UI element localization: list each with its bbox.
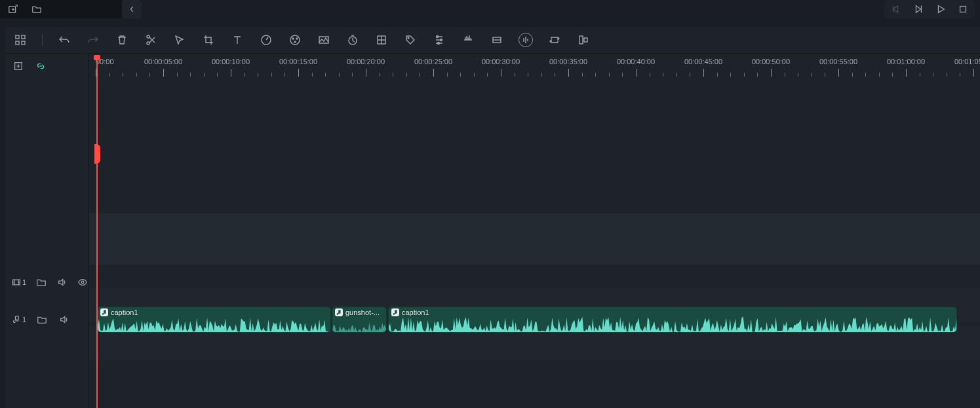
keyframe-icon[interactable]	[374, 33, 389, 47]
playhead[interactable]	[96, 56, 98, 408]
play-next-frame-icon[interactable]	[912, 3, 925, 16]
folder-icon[interactable]	[35, 276, 47, 289]
redo-icon[interactable]	[86, 33, 100, 47]
ruler-tick-major	[771, 69, 772, 77]
ruler-tick-minor	[177, 73, 178, 77]
tag-icon[interactable]	[403, 33, 418, 47]
ruler-tick-minor	[933, 73, 933, 77]
loop-icon[interactable]	[547, 33, 562, 47]
filmstrip-icon: 1	[12, 278, 26, 287]
svg-point-25	[81, 281, 84, 284]
ruler-tick-minor	[785, 73, 785, 77]
ruler-tick-minor	[852, 73, 853, 77]
ruler-label: 00:00:45:00	[684, 58, 722, 65]
volume-icon[interactable]	[56, 276, 68, 289]
audio-clip[interactable]: caption1	[388, 306, 957, 333]
ruler-tick-minor	[258, 73, 258, 77]
ruler-label: 00:01:05:00	[954, 58, 980, 65]
ruler-tick-minor	[555, 73, 555, 77]
ruler-label: 00:00:05:00	[144, 58, 182, 65]
speed-icon[interactable]	[259, 33, 273, 47]
aspect-icon[interactable]	[576, 33, 591, 47]
ruler-tick-minor	[271, 73, 272, 77]
step-back-icon[interactable]	[890, 3, 903, 16]
add-track-icon[interactable]	[12, 60, 25, 73]
ruler-tick-minor	[892, 73, 893, 77]
ruler-tick-major	[973, 69, 974, 77]
ruler-tick-minor	[109, 73, 110, 77]
audio-track-number: 1	[22, 316, 26, 324]
audio-track-header[interactable]: 1	[5, 305, 88, 334]
ruler-tick-major	[231, 69, 231, 77]
ruler-tick-minor	[528, 73, 528, 77]
playhead-handle[interactable]	[94, 144, 100, 164]
ruler-tick-minor	[879, 73, 880, 77]
playback-controls	[884, 0, 975, 18]
grid-view-icon[interactable]	[13, 33, 28, 47]
stop-icon[interactable]	[956, 3, 970, 16]
ruler-tick-minor	[595, 73, 596, 77]
video-track-header[interactable]: 1	[5, 268, 88, 297]
clip-header: gunshot-...	[335, 308, 380, 316]
undo-icon[interactable]	[57, 33, 71, 47]
ruler-tick-major	[636, 69, 637, 77]
svg-point-16	[408, 37, 409, 39]
ruler-label: 00:00:10:00	[212, 58, 250, 65]
ruler-tick-minor	[730, 73, 731, 77]
ruler-tick-major	[433, 69, 434, 77]
ruler-tick-minor	[744, 73, 745, 77]
visibility-icon[interactable]	[77, 276, 88, 289]
audio-clip[interactable]: gunshot-...	[332, 306, 387, 333]
ruler-label: 00:01:00:00	[887, 58, 925, 65]
ruler-tick-major	[906, 69, 907, 77]
image-overlay-icon[interactable]	[317, 33, 331, 47]
ruler-label: 00:00:20:00	[347, 58, 385, 65]
ruler-tick-minor	[676, 73, 677, 77]
layout-tool-icon[interactable]	[490, 33, 504, 47]
folder-icon[interactable]	[35, 313, 49, 326]
gutter-top-controls	[5, 54, 88, 79]
audio-sync-icon[interactable]	[519, 33, 533, 47]
svg-rect-4	[16, 41, 19, 45]
play-icon[interactable]	[934, 3, 947, 16]
collapse-left-icon[interactable]	[122, 0, 142, 18]
duration-icon[interactable]	[345, 33, 360, 47]
ruler-tick-minor	[487, 73, 488, 77]
delete-icon[interactable]	[115, 33, 129, 47]
music-note-icon	[391, 308, 399, 316]
music-note-icon	[335, 308, 343, 316]
ruler-tick-major	[703, 69, 704, 77]
crop-icon[interactable]	[201, 33, 216, 47]
folder-icon[interactable]	[30, 3, 43, 16]
ruler-label: 00:00:40:00	[617, 58, 655, 65]
svg-point-11	[296, 38, 298, 39]
video-track-number: 1	[22, 278, 26, 286]
add-media-icon[interactable]	[7, 3, 20, 16]
volume-icon[interactable]	[58, 313, 71, 326]
text-tool-icon[interactable]	[230, 33, 245, 47]
svg-point-12	[294, 41, 296, 43]
link-icon[interactable]	[34, 60, 47, 73]
ruler-tick-minor	[460, 73, 461, 77]
ruler-label: 00:00:25:00	[414, 58, 452, 65]
ruler-tick-minor	[757, 73, 758, 77]
ruler-tick-major	[568, 69, 569, 77]
timeline: 1 1 00:0000:00:05:0000:00:10:0000:00:15:…	[5, 53, 980, 408]
ruler-tick-minor	[312, 73, 313, 77]
ruler-tick-major	[298, 69, 299, 77]
clip-header: caption1	[100, 308, 138, 316]
split-icon[interactable]	[144, 33, 158, 47]
audio-clip[interactable]: caption1	[97, 306, 331, 333]
ruler-tick-minor	[515, 73, 515, 77]
color-icon[interactable]	[288, 33, 302, 47]
timeline-gutter: 1 1	[5, 54, 89, 408]
ruler-label: 00:00:55:00	[819, 58, 857, 65]
select-tool-icon[interactable]	[172, 33, 187, 47]
ruler-tick-minor	[393, 73, 393, 77]
voice-icon[interactable]	[461, 33, 475, 47]
tracks-area[interactable]: caption1gunshot-...caption1	[89, 79, 980, 408]
adjust-icon[interactable]	[432, 33, 446, 47]
waveform	[98, 315, 330, 332]
ruler-tick-minor	[650, 73, 650, 77]
time-ruler[interactable]: 00:0000:00:05:0000:00:10:0000:00:15:0000…	[89, 54, 980, 79]
